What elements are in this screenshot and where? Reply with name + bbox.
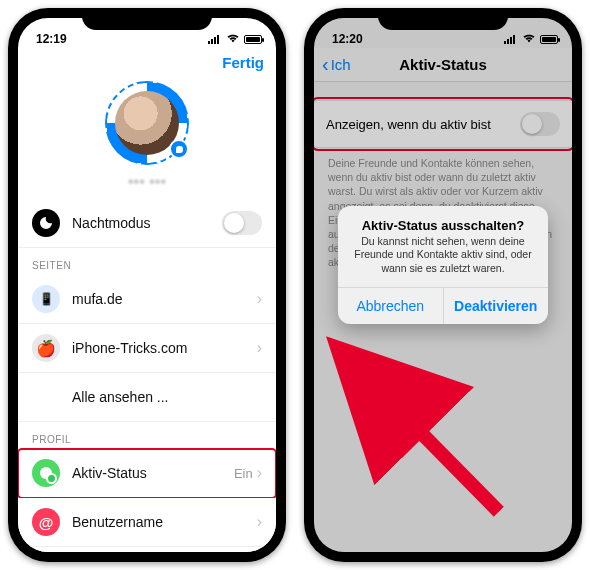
row-iphone-tricks[interactable]: 🍎 iPhone-Tricks.com › xyxy=(18,324,276,373)
row-telefon[interactable]: Telefon Telefonnummer hi... › xyxy=(18,547,276,552)
battery-icon xyxy=(244,35,262,44)
phone-right: 12:20 ‹ Ich Aktiv-Status Anzeigen, wenn … xyxy=(304,8,582,562)
row-label: Aktiv-Status xyxy=(72,465,234,481)
alert-dialog: Aktiv-Status ausschalten? Du kannst nich… xyxy=(338,206,548,325)
alert-confirm-button[interactable]: Deaktivieren xyxy=(444,288,549,324)
messenger-icon xyxy=(169,139,189,159)
row-alle-ansehen[interactable]: Alle ansehen ... xyxy=(18,373,276,422)
modal-overlay: Aktiv-Status ausschalten? Du kannst nich… xyxy=(314,18,572,552)
page-icon: 🍎 xyxy=(32,334,60,362)
navbar: Fertig xyxy=(18,48,276,77)
phone-left: 12:19 Fertig ••• ••• Nachtmodus xyxy=(8,8,286,562)
section-profil: Profil xyxy=(18,422,276,449)
spacer-icon xyxy=(32,383,60,411)
alert-cancel-button[interactable]: Abbrechen xyxy=(338,288,444,324)
chevron-right-icon: › xyxy=(257,339,262,357)
alert-title: Aktiv-Status ausschalten? xyxy=(338,206,548,235)
moon-icon xyxy=(32,209,60,237)
row-mufa[interactable]: 📱 mufa.de › xyxy=(18,275,276,324)
row-label: Nachtmodus xyxy=(72,215,222,231)
row-aktiv-status[interactable]: Aktiv-Status Ein › xyxy=(18,449,276,498)
toggle-nachtmodus[interactable] xyxy=(222,211,262,235)
row-label: iPhone-Tricks.com xyxy=(72,340,257,356)
chevron-right-icon: › xyxy=(257,464,262,482)
notch xyxy=(378,8,508,30)
row-value: Ein xyxy=(234,466,253,481)
done-button[interactable]: Fertig xyxy=(222,54,264,71)
chevron-right-icon: › xyxy=(257,290,262,308)
profile-name: ••• ••• xyxy=(18,173,276,191)
wifi-icon xyxy=(226,32,240,46)
alert-body: Du kannst nicht sehen, wenn deine Freund… xyxy=(338,235,548,288)
chevron-right-icon: › xyxy=(257,513,262,531)
page-icon: 📱 xyxy=(32,285,60,313)
profile-section: ••• ••• xyxy=(18,77,276,199)
status-time: 12:19 xyxy=(36,32,67,46)
row-benutzername[interactable]: @ Benutzername › xyxy=(18,498,276,547)
row-label: Benutzername xyxy=(72,514,257,530)
row-nachtmodus[interactable]: Nachtmodus xyxy=(18,199,276,248)
at-icon: @ xyxy=(32,508,60,536)
scan-code-ring[interactable] xyxy=(105,81,189,165)
section-seiten: Seiten xyxy=(18,248,276,275)
active-status-icon xyxy=(32,459,60,487)
notch xyxy=(82,8,212,30)
signal-icon xyxy=(208,34,222,44)
row-label: Alle ansehen ... xyxy=(72,389,262,405)
row-label: mufa.de xyxy=(72,291,257,307)
